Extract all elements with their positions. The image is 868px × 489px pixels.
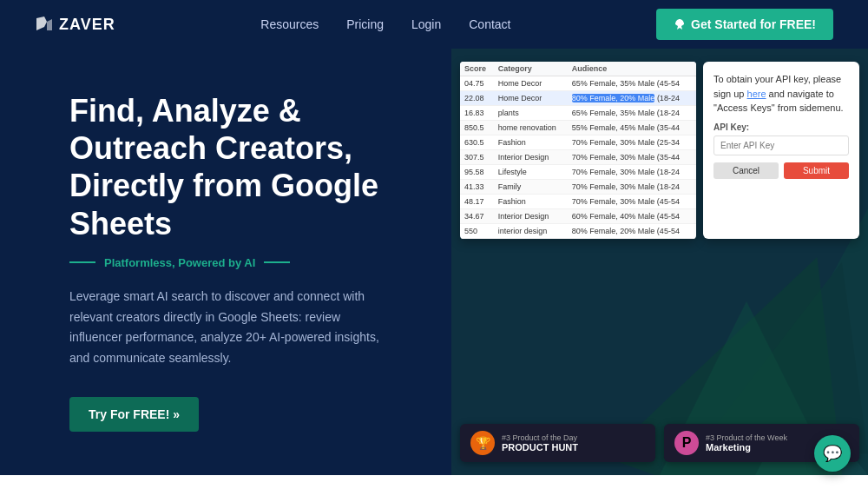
demo-container: Score Category Audience 04.75Home Decor6… <box>451 62 868 239</box>
cell-score: 34.67 <box>460 209 494 224</box>
cell-category: Fashion <box>494 135 568 150</box>
badge-day: 🏆 #3 Product of the Day PRODUCT HUNT <box>460 424 655 462</box>
cell-category: Home Decor <box>494 91 568 106</box>
rocket-icon <box>674 18 686 30</box>
cell-category: plants <box>494 106 568 121</box>
badge-day-name: PRODUCT HUNT <box>502 442 578 453</box>
cell-score: 48.17 <box>460 195 494 209</box>
cell-audience: 70% Female, 30% Male (18-24 <box>568 165 696 180</box>
cell-score: 630.5 <box>460 135 494 150</box>
hero-left: Find, Analyze & Outreach Creators, Direc… <box>0 49 451 475</box>
platform-badge-text: Platformless, Powered by AI <box>104 256 255 269</box>
cell-score: 307.5 <box>460 150 494 165</box>
col-category: Category <box>494 62 568 76</box>
table-row: 48.17Fashion70% Female, 30% Male (45-54 <box>460 195 696 209</box>
table-row: 550interior design80% Female, 20% Male (… <box>460 224 696 239</box>
hero-description: Leverage smart AI search to discover and… <box>69 287 382 369</box>
api-cancel-button[interactable]: Cancel <box>713 162 779 179</box>
badge-week-rank: #3 Product of the Week <box>706 433 787 442</box>
try-free-button[interactable]: Try For FREE! » <box>69 397 199 432</box>
nav-pricing[interactable]: Pricing <box>346 17 384 31</box>
api-key-input[interactable] <box>713 135 849 155</box>
how-it-works-section: HOW IT WORKS Get started in just 5 minut… <box>0 475 868 489</box>
table-row: 630.5Fashion70% Female, 30% Male (25-34 <box>460 135 696 150</box>
product-hunt-badges: 🏆 #3 Product of the Day PRODUCT HUNT P #… <box>451 424 868 462</box>
cell-score: 04.75 <box>460 76 494 91</box>
table-row: 850.5home renovation55% Female, 45% Male… <box>460 121 696 135</box>
cta-label: Get Started for FREE! <box>691 17 816 31</box>
header: ZAVER Resources Pricing Login Contact Ge… <box>0 0 868 49</box>
data-table: Score Category Audience 04.75Home Decor6… <box>460 62 696 239</box>
cell-category: Interior Design <box>494 209 568 224</box>
cell-audience: 65% Female, 35% Male (18-24 <box>568 106 696 121</box>
api-here-link[interactable]: here <box>747 89 766 99</box>
cell-category: Family <box>494 180 568 195</box>
cell-audience: 70% Female, 30% Male (18-24 <box>568 180 696 195</box>
cell-score: 550 <box>460 224 494 239</box>
api-panel: To obtain your API key, please sign up h… <box>703 62 859 239</box>
cell-score: 850.5 <box>460 121 494 135</box>
cell-audience: 70% Female, 30% Male (45-54 <box>568 195 696 209</box>
cell-score: 22.08 <box>460 91 494 106</box>
badge-day-text: #3 Product of the Day PRODUCT HUNT <box>502 433 578 453</box>
api-buttons: Cancel Submit <box>713 162 849 179</box>
badge-day-icon: 🏆 <box>470 431 495 455</box>
hero-section: Find, Analyze & Outreach Creators, Direc… <box>0 49 868 475</box>
nav-resources[interactable]: Resources <box>260 17 319 31</box>
logo-text: ZAVER <box>59 16 115 34</box>
badge-week-icon: P <box>674 431 699 455</box>
nav-contact[interactable]: Contact <box>469 17 510 31</box>
cell-score: 16.83 <box>460 106 494 121</box>
table-row: 04.75Home Decor65% Female, 35% Male (45-… <box>460 76 696 91</box>
badge-day-rank: #3 Product of the Day <box>502 433 578 442</box>
col-audience: Audience <box>568 62 696 76</box>
api-key-label: API Key: <box>713 122 849 132</box>
table-row: 95.58Lifestyle70% Female, 30% Male (18-2… <box>460 165 696 180</box>
logo-icon <box>35 15 54 34</box>
api-instruction: To obtain your API key, please sign up h… <box>713 72 849 116</box>
cell-audience: 55% Female, 45% Male (35-44 <box>568 121 696 135</box>
badge-week-name: Marketing <box>706 442 787 453</box>
cell-category: interior design <box>494 224 568 239</box>
cell-audience: 65% Female, 35% Male (45-54 <box>568 76 696 91</box>
cell-category: Home Decor <box>494 76 568 91</box>
logo: ZAVER <box>35 15 115 34</box>
col-score: Score <box>460 62 494 76</box>
cell-category: Lifestyle <box>494 165 568 180</box>
try-button-label: Try For FREE! » <box>89 407 180 421</box>
cell-audience: 70% Female, 30% Male (25-34 <box>568 135 696 150</box>
cell-score: 95.58 <box>460 165 494 180</box>
cell-audience: 80% Female, 20% Male (18-24 <box>568 91 696 106</box>
chat-bubble[interactable]: 💬 <box>814 435 851 472</box>
badge-week-text: #3 Product of the Week Marketing <box>706 433 787 453</box>
get-started-button[interactable]: Get Started for FREE! <box>656 9 833 40</box>
table-row: 34.67Interior Design60% Female, 40% Male… <box>460 209 696 224</box>
hero-right: Score Category Audience 04.75Home Decor6… <box>451 49 868 475</box>
cell-audience: 60% Female, 40% Male (45-54 <box>568 209 696 224</box>
table-row: 41.33Family70% Female, 30% Male (18-24 <box>460 180 696 195</box>
main-nav: Resources Pricing Login Contact <box>260 17 510 31</box>
table-row: 307.5Interior Design70% Female, 30% Male… <box>460 150 696 165</box>
cell-category: Fashion <box>494 195 568 209</box>
hero-title: Find, Analyze & Outreach Creators, Direc… <box>69 92 417 242</box>
platform-badge: Platformless, Powered by AI <box>69 256 417 269</box>
spreadsheet-demo: Score Category Audience 04.75Home Decor6… <box>460 62 696 239</box>
cell-audience: 70% Female, 30% Male (35-44 <box>568 150 696 165</box>
cell-category: home renovation <box>494 121 568 135</box>
cell-score: 41.33 <box>460 180 494 195</box>
nav-login[interactable]: Login <box>411 17 441 31</box>
cell-audience: 80% Female, 20% Male (45-54 <box>568 224 696 239</box>
cell-category: Interior Design <box>494 150 568 165</box>
api-submit-button[interactable]: Submit <box>784 162 849 179</box>
table-row: 16.83plants65% Female, 35% Male (18-24 <box>460 106 696 121</box>
table-row: 22.08Home Decor80% Female, 20% Male (18-… <box>460 91 696 106</box>
chat-icon: 💬 <box>823 444 842 463</box>
